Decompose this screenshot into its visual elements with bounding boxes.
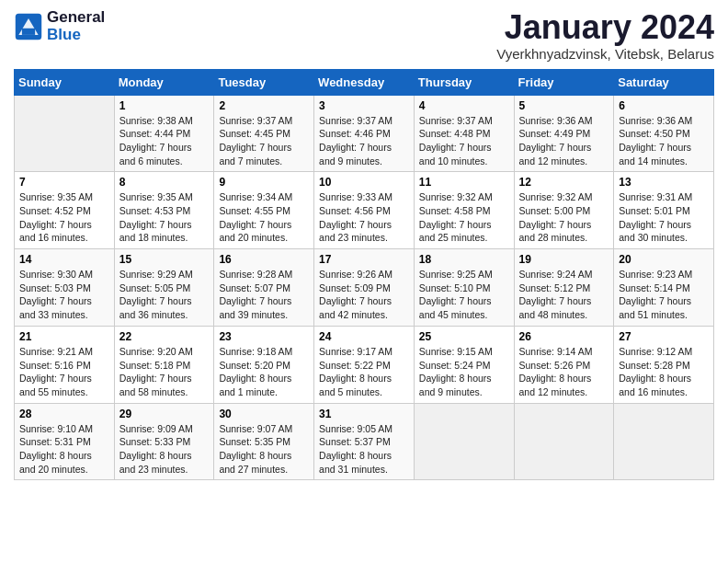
- day-info: Sunrise: 9:07 AMSunset: 5:35 PMDaylight:…: [219, 422, 309, 477]
- logo: General Blue: [14, 9, 105, 43]
- day-number: 26: [519, 330, 609, 343]
- day-info: Sunrise: 9:30 AMSunset: 5:03 PMDaylight:…: [19, 268, 109, 322]
- day-info: Sunrise: 9:37 AMSunset: 4:48 PMDaylight:…: [419, 114, 509, 168]
- calendar-cell: 12Sunrise: 9:32 AMSunset: 5:00 PMDayligh…: [514, 172, 614, 249]
- location: Vyerkhnyadzvinsk, Vitebsk, Belarus: [496, 46, 714, 62]
- weekday-header: Saturday: [614, 69, 714, 95]
- calendar-table: SundayMondayTuesdayWednesdayThursdayFrid…: [14, 69, 714, 481]
- day-info: Sunrise: 9:05 AMSunset: 5:37 PMDaylight:…: [319, 422, 409, 477]
- day-number: 17: [319, 253, 409, 266]
- day-number: 25: [419, 330, 509, 343]
- day-number: 19: [519, 253, 609, 266]
- day-info: Sunrise: 9:14 AMSunset: 5:26 PMDaylight:…: [519, 345, 609, 399]
- svg-rect-2: [22, 28, 35, 34]
- day-info: Sunrise: 9:15 AMSunset: 5:24 PMDaylight:…: [419, 345, 509, 399]
- day-info: Sunrise: 9:31 AMSunset: 5:01 PMDaylight:…: [619, 190, 709, 245]
- day-info: Sunrise: 9:18 AMSunset: 5:20 PMDaylight:…: [219, 345, 309, 399]
- calendar-cell: 27Sunrise: 9:12 AMSunset: 5:28 PMDayligh…: [614, 326, 714, 403]
- day-number: 4: [419, 99, 509, 112]
- calendar-cell: 7Sunrise: 9:35 AMSunset: 4:52 PMDaylight…: [15, 172, 115, 249]
- day-number: 22: [119, 330, 210, 343]
- page-header: General Blue January 2024 Vyerkhnyadzvin…: [14, 9, 714, 62]
- logo-icon: [14, 12, 43, 41]
- calendar-week-row: 14Sunrise: 9:30 AMSunset: 5:03 PMDayligh…: [15, 249, 714, 327]
- day-number: 21: [19, 330, 109, 343]
- day-number: 2: [219, 99, 309, 112]
- weekday-header: Monday: [114, 69, 214, 95]
- day-number: 8: [119, 176, 210, 189]
- day-number: 20: [619, 253, 709, 266]
- day-number: 15: [119, 253, 210, 266]
- calendar-week-row: 21Sunrise: 9:21 AMSunset: 5:16 PMDayligh…: [15, 326, 714, 403]
- day-info: Sunrise: 9:35 AMSunset: 4:53 PMDaylight:…: [119, 190, 210, 245]
- day-number: 7: [19, 176, 109, 189]
- day-info: Sunrise: 9:32 AMSunset: 4:58 PMDaylight:…: [419, 190, 509, 245]
- calendar-cell: 16Sunrise: 9:28 AMSunset: 5:07 PMDayligh…: [214, 249, 314, 327]
- calendar-cell: 8Sunrise: 9:35 AMSunset: 4:53 PMDaylight…: [114, 172, 214, 249]
- calendar-cell: 3Sunrise: 9:37 AMSunset: 4:46 PMDaylight…: [314, 95, 415, 172]
- day-info: Sunrise: 9:34 AMSunset: 4:55 PMDaylight:…: [219, 190, 309, 245]
- calendar-cell: 19Sunrise: 9:24 AMSunset: 5:12 PMDayligh…: [514, 249, 614, 327]
- calendar-cell: 17Sunrise: 9:26 AMSunset: 5:09 PMDayligh…: [314, 249, 415, 327]
- calendar-cell: 24Sunrise: 9:17 AMSunset: 5:22 PMDayligh…: [314, 326, 415, 403]
- weekday-header: Tuesday: [214, 69, 314, 95]
- day-number: 10: [319, 176, 409, 189]
- day-info: Sunrise: 9:20 AMSunset: 5:18 PMDaylight:…: [119, 345, 210, 399]
- day-number: 14: [19, 253, 109, 266]
- calendar-cell: 13Sunrise: 9:31 AMSunset: 5:01 PMDayligh…: [614, 172, 714, 249]
- calendar-cell: 15Sunrise: 9:29 AMSunset: 5:05 PMDayligh…: [114, 249, 214, 327]
- calendar-cell: 4Sunrise: 9:37 AMSunset: 4:48 PMDaylight…: [414, 95, 514, 172]
- calendar-cell: 11Sunrise: 9:32 AMSunset: 4:58 PMDayligh…: [414, 172, 514, 249]
- weekday-header: Thursday: [414, 69, 514, 95]
- day-info: Sunrise: 9:32 AMSunset: 5:00 PMDaylight:…: [519, 190, 609, 245]
- day-info: Sunrise: 9:21 AMSunset: 5:16 PMDaylight:…: [19, 345, 109, 399]
- calendar-cell: 26Sunrise: 9:14 AMSunset: 5:26 PMDayligh…: [514, 326, 614, 403]
- weekday-header: Sunday: [15, 69, 115, 95]
- calendar-cell: 10Sunrise: 9:33 AMSunset: 4:56 PMDayligh…: [314, 172, 415, 249]
- day-info: Sunrise: 9:33 AMSunset: 4:56 PMDaylight:…: [319, 190, 409, 245]
- day-number: 28: [19, 408, 109, 420]
- day-number: 13: [619, 176, 709, 189]
- day-number: 29: [119, 408, 210, 420]
- calendar-cell: 28Sunrise: 9:10 AMSunset: 5:31 PMDayligh…: [15, 403, 115, 480]
- day-number: 16: [219, 253, 309, 266]
- weekday-header: Wednesday: [314, 69, 415, 95]
- day-number: 27: [619, 330, 709, 343]
- calendar-cell: 2Sunrise: 9:37 AMSunset: 4:45 PMDaylight…: [214, 95, 314, 172]
- day-info: Sunrise: 9:29 AMSunset: 5:05 PMDaylight:…: [119, 268, 210, 322]
- day-info: Sunrise: 9:25 AMSunset: 5:10 PMDaylight:…: [419, 268, 509, 322]
- calendar-cell: [614, 403, 714, 480]
- day-number: 6: [619, 99, 709, 112]
- calendar-cell: 20Sunrise: 9:23 AMSunset: 5:14 PMDayligh…: [614, 249, 714, 327]
- logo-text: General Blue: [47, 9, 105, 43]
- day-number: 3: [319, 99, 409, 112]
- title-block: January 2024 Vyerkhnyadzvinsk, Vitebsk, …: [496, 9, 714, 62]
- day-info: Sunrise: 9:10 AMSunset: 5:31 PMDaylight:…: [19, 422, 109, 477]
- day-info: Sunrise: 9:28 AMSunset: 5:07 PMDaylight:…: [219, 268, 309, 322]
- day-number: 5: [519, 99, 609, 112]
- day-info: Sunrise: 9:35 AMSunset: 4:52 PMDaylight:…: [19, 190, 109, 245]
- day-number: 31: [319, 408, 409, 420]
- day-number: 18: [419, 253, 509, 266]
- day-number: 1: [119, 99, 210, 112]
- calendar-cell: [514, 403, 614, 480]
- day-number: 30: [219, 408, 309, 420]
- day-info: Sunrise: 9:36 AMSunset: 4:49 PMDaylight:…: [519, 114, 609, 168]
- calendar-cell: 9Sunrise: 9:34 AMSunset: 4:55 PMDaylight…: [214, 172, 314, 249]
- day-number: 12: [519, 176, 609, 189]
- day-number: 11: [419, 176, 509, 189]
- day-info: Sunrise: 9:09 AMSunset: 5:33 PMDaylight:…: [119, 422, 210, 477]
- weekday-header: Friday: [514, 69, 614, 95]
- day-info: Sunrise: 9:37 AMSunset: 4:46 PMDaylight:…: [319, 114, 409, 168]
- day-info: Sunrise: 9:23 AMSunset: 5:14 PMDaylight:…: [619, 268, 709, 322]
- day-number: 9: [219, 176, 309, 189]
- day-info: Sunrise: 9:37 AMSunset: 4:45 PMDaylight:…: [219, 114, 309, 168]
- calendar-cell: 18Sunrise: 9:25 AMSunset: 5:10 PMDayligh…: [414, 249, 514, 327]
- calendar-cell: 1Sunrise: 9:38 AMSunset: 4:44 PMDaylight…: [114, 95, 214, 172]
- day-number: 23: [219, 330, 309, 343]
- day-info: Sunrise: 9:24 AMSunset: 5:12 PMDaylight:…: [519, 268, 609, 322]
- day-info: Sunrise: 9:36 AMSunset: 4:50 PMDaylight:…: [619, 114, 709, 168]
- calendar-cell: [15, 95, 115, 172]
- calendar-cell: 23Sunrise: 9:18 AMSunset: 5:20 PMDayligh…: [214, 326, 314, 403]
- calendar-week-row: 1Sunrise: 9:38 AMSunset: 4:44 PMDaylight…: [15, 95, 714, 172]
